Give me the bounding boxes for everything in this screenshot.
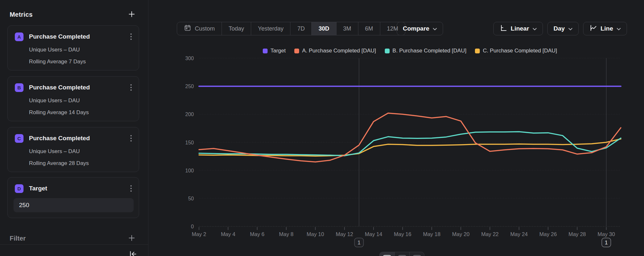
svg-text:150: 150: [185, 140, 194, 145]
svg-text:50: 50: [188, 196, 194, 201]
svg-text:250: 250: [185, 84, 194, 89]
svg-text:May 30: May 30: [598, 231, 615, 237]
svg-text:0: 0: [191, 224, 194, 229]
analytics-app: Metrics A Purchase Completed Unique User…: [0, 0, 644, 256]
svg-text:May 12: May 12: [336, 231, 353, 237]
svg-text:300: 300: [185, 56, 194, 61]
svg-text:May 10: May 10: [307, 231, 324, 237]
view-toggle-table[interactable]: [394, 252, 409, 256]
svg-text:May 4: May 4: [221, 231, 235, 237]
svg-text:May 20: May 20: [452, 231, 469, 237]
svg-text:May 18: May 18: [423, 231, 440, 237]
svg-text:May 28: May 28: [568, 231, 586, 237]
svg-text:May 16: May 16: [394, 231, 411, 237]
svg-text:May 8: May 8: [279, 231, 294, 237]
svg-text:200: 200: [185, 112, 194, 117]
svg-text:May 6: May 6: [250, 231, 264, 237]
svg-text:1: 1: [357, 240, 360, 246]
svg-text:May 24: May 24: [510, 231, 528, 237]
view-toggle-both[interactable]: [409, 252, 424, 256]
svg-text:May 26: May 26: [539, 231, 557, 237]
svg-text:May 14: May 14: [365, 231, 382, 237]
svg-text:1: 1: [605, 240, 608, 246]
view-toggle-chart[interactable]: [380, 252, 394, 256]
svg-text:May 2: May 2: [192, 231, 206, 237]
svg-text:May 22: May 22: [481, 231, 498, 237]
svg-text:100: 100: [185, 168, 194, 173]
view-toggle-control: [379, 252, 424, 256]
line-chart[interactable]: 050100150200250300May 2May 4May 6May 8Ma…: [0, 0, 644, 256]
